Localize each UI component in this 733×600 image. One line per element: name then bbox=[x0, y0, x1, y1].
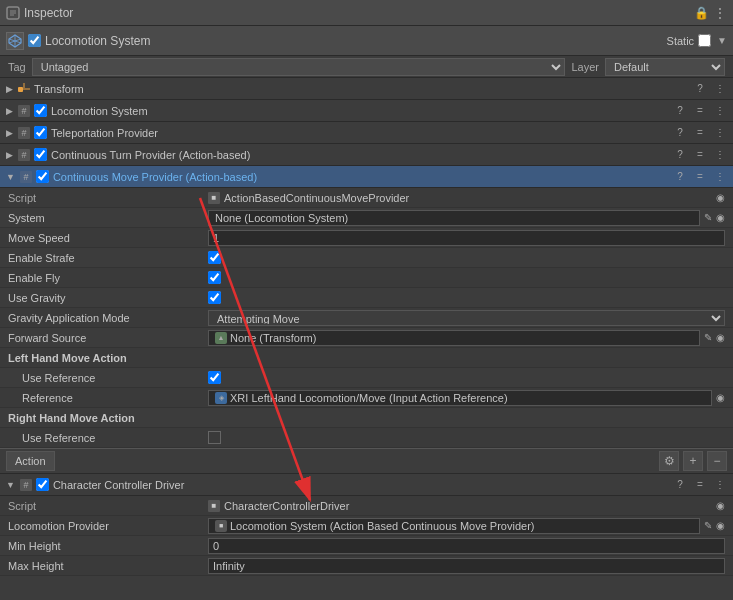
character-controller-component[interactable]: ▼ # Character Controller Driver ? = ⋮ bbox=[0, 474, 733, 496]
use-gravity-row: Use Gravity bbox=[0, 288, 733, 308]
enable-strafe-label: Enable Strafe bbox=[8, 252, 208, 264]
system-target-btn[interactable]: ◉ bbox=[716, 212, 725, 223]
left-ref-target-btn[interactable]: ◉ bbox=[716, 392, 725, 403]
locomotion-system-component[interactable]: ▶ # Locomotion System ? = ⋮ bbox=[0, 100, 733, 122]
turn-settings-icon[interactable]: = bbox=[693, 148, 707, 162]
transform-settings-btn[interactable]: ⋮ bbox=[713, 82, 727, 96]
teleportation-component[interactable]: ▶ # Teleportation Provider ? = ⋮ bbox=[0, 122, 733, 144]
locomotion-active-checkbox[interactable] bbox=[34, 104, 47, 117]
gravity-mode-value[interactable]: Attempting Move bbox=[208, 310, 725, 326]
forward-source-text: None (Transform) bbox=[230, 332, 316, 344]
loco-provider-edit-btn[interactable]: ✎ bbox=[704, 520, 712, 531]
char-ctrl-menu-btn[interactable]: ⋮ bbox=[713, 478, 727, 492]
forward-source-target-btn[interactable]: ◉ bbox=[716, 332, 725, 343]
tag-dropdown[interactable]: Untagged bbox=[32, 58, 566, 76]
loco-provider-text: Locomotion System (Action Based Continuo… bbox=[230, 520, 534, 532]
object-active-checkbox[interactable] bbox=[28, 34, 41, 47]
svg-text:#: # bbox=[21, 106, 26, 116]
system-row: System None (Locomotion System) ✎ ◉ bbox=[0, 208, 733, 228]
min-height-input[interactable] bbox=[208, 538, 725, 554]
teleport-settings-icon[interactable]: = bbox=[693, 126, 707, 140]
teleport-help-btn[interactable]: ? bbox=[673, 126, 687, 140]
move-settings-icon[interactable]: = bbox=[693, 170, 707, 184]
title-bar: Inspector 🔒 ⋮ bbox=[0, 0, 733, 26]
lock-icon[interactable]: 🔒 bbox=[694, 6, 709, 20]
enable-fly-checkbox[interactable] bbox=[208, 271, 221, 284]
turn-expand-icon: ▶ bbox=[6, 150, 13, 160]
transform-help-btn[interactable]: ? bbox=[693, 82, 707, 96]
title-bar-actions: 🔒 ⋮ bbox=[694, 5, 727, 21]
left-use-ref-checkbox[interactable] bbox=[208, 371, 221, 384]
svg-rect-8 bbox=[18, 87, 23, 92]
system-edit-btn[interactable]: ✎ bbox=[704, 212, 712, 223]
object-3d-icon bbox=[6, 32, 24, 50]
locomotion-menu-btn[interactable]: ⋮ bbox=[713, 104, 727, 118]
turn-provider-component[interactable]: ▶ # Continuous Turn Provider (Action-bas… bbox=[0, 144, 733, 166]
static-label: Static bbox=[667, 35, 695, 47]
gravity-mode-select[interactable]: Attempting Move bbox=[208, 310, 725, 326]
loco-provider-target-btn[interactable]: ◉ bbox=[716, 520, 725, 531]
script-value: ■ ActionBasedContinuousMoveProvider ◉ bbox=[208, 192, 725, 204]
left-use-ref-value bbox=[208, 371, 725, 384]
enable-strafe-row: Enable Strafe bbox=[0, 248, 733, 268]
enable-fly-row: Enable Fly bbox=[0, 268, 733, 288]
left-ref-value: ◈ XRI LeftHand Locomotion/Move (Input Ac… bbox=[208, 390, 725, 406]
move-actions: ? = ⋮ bbox=[673, 170, 727, 184]
script-row: Script ■ ActionBasedContinuousMoveProvid… bbox=[0, 188, 733, 208]
char-script-value: ■ CharacterControllerDriver ◉ bbox=[208, 500, 725, 512]
left-use-ref-label: Use Reference bbox=[8, 372, 208, 384]
move-speed-input[interactable] bbox=[208, 230, 725, 246]
static-dropdown-arrow[interactable]: ▼ bbox=[717, 35, 727, 46]
script-eye-icon[interactable]: ◉ bbox=[716, 192, 725, 203]
max-height-value[interactable] bbox=[208, 558, 725, 574]
action-label[interactable]: Action bbox=[6, 451, 55, 471]
move-active-checkbox[interactable] bbox=[36, 170, 49, 183]
move-help-btn[interactable]: ? bbox=[673, 170, 687, 184]
char-ctrl-settings-icon[interactable]: = bbox=[693, 478, 707, 492]
script-file-icon: ■ bbox=[208, 192, 220, 204]
layer-dropdown[interactable]: Default bbox=[605, 58, 725, 76]
action-minus-btn[interactable]: − bbox=[707, 451, 727, 471]
teleportation-name: Teleportation Provider bbox=[51, 127, 673, 139]
teleport-active-checkbox[interactable] bbox=[34, 126, 47, 139]
enable-fly-value bbox=[208, 271, 725, 284]
move-provider-component[interactable]: ▼ # Continuous Move Provider (Action-bas… bbox=[0, 166, 733, 188]
char-ctrl-active-checkbox[interactable] bbox=[36, 478, 49, 491]
max-height-input[interactable] bbox=[208, 558, 725, 574]
action-plus-btn[interactable]: + bbox=[683, 451, 703, 471]
use-gravity-checkbox[interactable] bbox=[208, 291, 221, 304]
turn-help-btn[interactable]: ? bbox=[673, 148, 687, 162]
menu-dots[interactable]: ⋮ bbox=[713, 5, 727, 21]
locomotion-help-btn[interactable]: ? bbox=[673, 104, 687, 118]
char-ctrl-actions: ? = ⋮ bbox=[673, 478, 727, 492]
min-height-value[interactable] bbox=[208, 538, 725, 554]
left-ref-icon: ◈ bbox=[215, 392, 227, 404]
forward-source-ref: ▲ None (Transform) bbox=[208, 330, 700, 346]
turn-menu-btn[interactable]: ⋮ bbox=[713, 148, 727, 162]
turn-active-checkbox[interactable] bbox=[34, 148, 47, 161]
right-use-ref-checkbox-empty[interactable] bbox=[208, 431, 221, 444]
transform-expand-icon: ▶ bbox=[6, 84, 13, 94]
enable-strafe-checkbox[interactable] bbox=[208, 251, 221, 264]
use-gravity-label: Use Gravity bbox=[8, 292, 208, 304]
loco-provider-value: ■ Locomotion System (Action Based Contin… bbox=[208, 518, 725, 534]
right-use-ref-row: Use Reference bbox=[0, 428, 733, 448]
loco-hash-icon: # bbox=[17, 104, 31, 118]
loco-provider-icon: ■ bbox=[215, 520, 227, 532]
move-expand-icon: ▼ bbox=[6, 172, 15, 182]
transform-component[interactable]: ▶ Transform ? ⋮ bbox=[0, 78, 733, 100]
locomotion-settings-icon[interactable]: = bbox=[693, 104, 707, 118]
action-gear-btn[interactable]: ⚙ bbox=[659, 451, 679, 471]
enable-strafe-value bbox=[208, 251, 725, 264]
object-name[interactable]: Locomotion System bbox=[45, 34, 667, 48]
svg-text:#: # bbox=[23, 480, 28, 490]
teleport-menu-btn[interactable]: ⋮ bbox=[713, 126, 727, 140]
forward-source-edit-btn[interactable]: ✎ bbox=[704, 332, 712, 343]
char-ctrl-help-btn[interactable]: ? bbox=[673, 478, 687, 492]
teleport-expand-icon: ▶ bbox=[6, 128, 13, 138]
char-script-eye[interactable]: ◉ bbox=[716, 500, 725, 511]
move-speed-value[interactable] bbox=[208, 230, 725, 246]
static-checkbox[interactable] bbox=[698, 34, 711, 47]
move-menu-btn[interactable]: ⋮ bbox=[713, 170, 727, 184]
object-header: Locomotion System Static ▼ bbox=[0, 26, 733, 56]
